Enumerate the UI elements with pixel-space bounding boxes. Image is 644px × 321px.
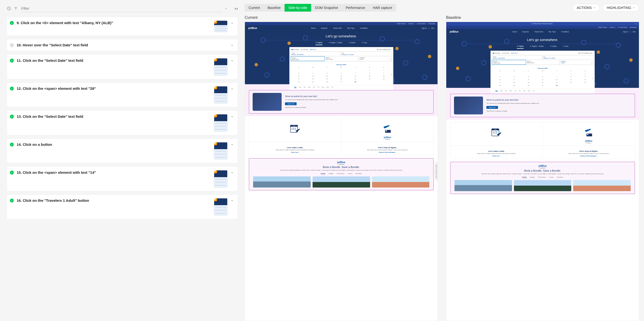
step-thumbnail xyxy=(214,142,228,160)
caret-down-icon xyxy=(633,6,635,9)
svg-rect-23 xyxy=(494,132,495,132)
step-text: 16. Click on the "Travelers 1 Adult" but… xyxy=(17,198,211,203)
book-now-link[interactable]: Book now › xyxy=(492,155,500,157)
svg-rect-22 xyxy=(493,132,494,132)
jb-notice-bar: ⓘ Winter Storm Petra fee waiver✕ xyxy=(446,22,639,25)
arrow-right-icon[interactable]: › xyxy=(592,77,593,80)
step-thumbnail xyxy=(214,170,228,187)
svg-rect-16 xyxy=(295,129,296,130)
explore-packages-link[interactable]: Explore hotel packages › xyxy=(379,152,396,153)
camera-icon xyxy=(214,114,217,117)
join-link[interactable]: Join xyxy=(632,31,636,33)
compare-current: Current Flight TrackerCheck In⚠ Travel A… xyxy=(245,15,438,321)
screenshot-baseline[interactable]: ⓘ Winter Storm Petra fee waiver✕Flight T… xyxy=(446,22,639,321)
step-item[interactable]: 13. Click on the "Select Date" text fiel… xyxy=(7,111,238,135)
signin-link[interactable]: Sign in xyxy=(422,27,427,29)
plane-bed-icon xyxy=(382,123,394,135)
chevron-down-icon[interactable] xyxy=(230,199,234,202)
step-text: 12. Click on the <span> element with tex… xyxy=(17,86,211,91)
jb-info-cards: 2019jetBluevacationsLet's make a date.Gr… xyxy=(249,119,434,155)
chevron-down-icon[interactable] xyxy=(230,143,234,147)
jb-search-tabs: ✈ Flights✈ Flights + Hotels✈ Hotels✈ Car… xyxy=(466,44,620,49)
top-buttons: ACTIONS HIGHLIGHTING xyxy=(573,4,639,11)
left-panel: › ‹ 9. Click on the <li> element with te… xyxy=(0,0,245,321)
filter-input[interactable] xyxy=(20,5,222,12)
calendar-plane-icon: 2019 xyxy=(490,127,502,139)
arrow-right-icon[interactable]: › xyxy=(391,73,392,76)
svg-point-5 xyxy=(215,143,216,144)
actions-label: ACTIONS xyxy=(577,6,592,10)
step-text: 15. Click on the <span> element with tex… xyxy=(17,170,211,175)
screenshot-current[interactable]: Flight TrackerCheck In⚠ Travel Alerts⊕ E… xyxy=(245,22,438,321)
tab-baseline[interactable]: Baseline xyxy=(264,4,284,11)
tab-dom-snapshot[interactable]: DOM Snapshot xyxy=(311,4,342,11)
svg-rect-25 xyxy=(493,133,494,134)
jetblue-logo: jetBlue xyxy=(248,26,257,29)
tab-side-by-side[interactable]: Side-by-side xyxy=(284,4,311,11)
camera-icon xyxy=(214,142,217,145)
camera-icon xyxy=(214,58,217,61)
compare-baseline-title: Baseline xyxy=(446,15,639,20)
chevron-down-icon[interactable] xyxy=(230,21,234,25)
compare-current-title: Current xyxy=(245,15,438,20)
step-item[interactable]: 16. Click on the "Travelers 1 Adult" but… xyxy=(7,194,238,219)
close-icon[interactable]: ✕ xyxy=(635,23,636,25)
apply-now-button[interactable]: Apply now xyxy=(285,102,296,105)
camera-icon xyxy=(214,170,217,173)
chevron-down-icon[interactable] xyxy=(230,115,234,119)
step-text: 13. Click on the "Select Date" text fiel… xyxy=(17,114,211,119)
chevron-down-icon[interactable] xyxy=(230,171,234,174)
view-tabs: CurrentBaselineSide-by-sideDOM SnapshotP… xyxy=(245,4,396,11)
chevron-right-icon[interactable]: › xyxy=(234,6,236,11)
svg-point-7 xyxy=(215,199,216,200)
svg-rect-14 xyxy=(292,129,292,130)
camera-icon xyxy=(214,198,217,201)
step-item[interactable]: 11. Click on the "Select Date" text fiel… xyxy=(7,55,238,79)
chevron-down-icon[interactable] xyxy=(230,59,234,62)
svg-rect-26 xyxy=(494,133,495,134)
svg-rect-27 xyxy=(496,133,497,134)
step-item[interactable]: 10. Hover over the "Select Date" text fi… xyxy=(7,39,238,51)
filter-row: › ‹ xyxy=(7,5,238,12)
jb-nav: jetBlueBookExploreTravel InfoMy TripsTru… xyxy=(446,29,639,34)
tab-har-capture[interactable]: HAR capture xyxy=(369,4,396,11)
join-link[interactable]: Join xyxy=(431,27,434,29)
app-root: › ‹ 9. Click on the <li> element with te… xyxy=(0,0,644,321)
vacation-image xyxy=(454,180,512,191)
step-item[interactable]: 15. Click on the <span> element with tex… xyxy=(7,166,238,191)
vacation-image xyxy=(312,176,370,187)
svg-point-6 xyxy=(215,171,216,171)
explore-packages-link[interactable]: Explore hotel packages › xyxy=(580,155,597,157)
svg-point-4 xyxy=(215,115,216,116)
svg-text:2019: 2019 xyxy=(293,125,295,127)
actions-button[interactable]: ACTIONS xyxy=(573,4,600,11)
feedback-tab[interactable]: Report Website Problem xyxy=(435,162,438,180)
jb-search-form: RoundtripOne-wayMulti-city ▾Use TrueBlue… xyxy=(490,51,594,66)
svg-point-3 xyxy=(215,87,216,88)
jb-calendar: February 2019SMTWTFS12345678910111213141… xyxy=(490,66,594,88)
svg-rect-15 xyxy=(293,129,294,130)
jetblue-logo: jetBlue xyxy=(450,30,458,33)
highlighting-button[interactable]: HIGHLIGHTING xyxy=(603,4,639,11)
svg-point-29 xyxy=(587,134,588,135)
nav-chevrons: › ‹ xyxy=(234,6,238,11)
book-now-link[interactable]: Book now › xyxy=(291,152,299,153)
check-icon xyxy=(10,199,14,202)
tab-performance[interactable]: Performance xyxy=(342,4,369,11)
chevron-up-icon[interactable] xyxy=(230,87,234,91)
neutral-icon xyxy=(10,43,14,47)
step-item[interactable]: 12. Click on the <span> element with tex… xyxy=(7,83,238,107)
apply-now-button[interactable]: Apply now xyxy=(486,106,498,109)
signin-link[interactable]: Sign in xyxy=(623,31,628,33)
step-item[interactable]: 14. Click on a button xyxy=(7,139,238,163)
check-icon xyxy=(10,21,14,25)
jb-calendar: February 2019SMTWTFS12345678910111213141… xyxy=(289,62,393,84)
chevron-down-icon[interactable] xyxy=(230,44,234,47)
svg-rect-24 xyxy=(496,132,497,132)
tab-current[interactable]: Current xyxy=(245,4,264,11)
chevron-left-icon[interactable]: ‹ xyxy=(236,6,238,11)
jb-heading: Let's go somewhere. xyxy=(245,34,438,38)
filter-dropdown-icon[interactable] xyxy=(224,7,228,10)
step-text: 11. Click on the "Select Date" text fiel… xyxy=(17,58,211,63)
step-item[interactable]: 9. Click on the <li> element with text "… xyxy=(7,17,238,36)
